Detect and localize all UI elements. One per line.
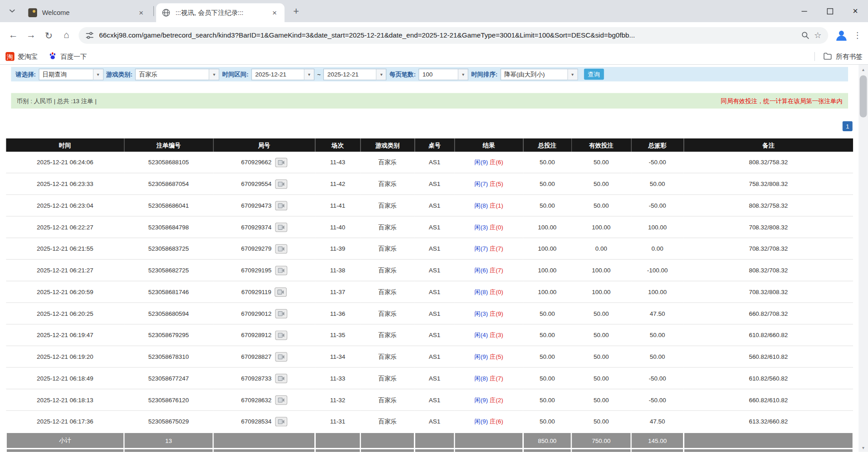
video-detail-icon[interactable] [275, 395, 287, 404]
cell-result: 闲(8) 庄(1) [455, 195, 523, 216]
pagination: 1 [0, 121, 853, 131]
scrollbar-thumb[interactable] [860, 75, 867, 117]
video-detail-icon[interactable] [275, 266, 287, 275]
video-detail-icon[interactable] [275, 373, 287, 383]
video-detail-icon[interactable] [275, 201, 287, 210]
cell-remark: 660.82/708.32 [683, 303, 853, 324]
result-player: 闲(9) [474, 353, 488, 360]
chevron-down-icon[interactable]: ▼ [458, 69, 468, 79]
video-detail-icon[interactable] [275, 157, 287, 167]
close-button[interactable]: × [843, 0, 868, 22]
scroll-down-icon[interactable]: ▼ [859, 443, 868, 452]
video-detail-icon[interactable] [275, 287, 287, 297]
video-detail-icon[interactable] [275, 179, 287, 189]
date-range-label: 时间区间: [222, 70, 248, 78]
chevron-down-icon[interactable]: ▼ [304, 69, 314, 79]
vertical-scrollbar[interactable]: ▲ ▼ [859, 65, 868, 452]
cell-table-no: AS1 [415, 238, 455, 260]
browser-menu-button[interactable]: ⋮ [851, 30, 863, 40]
search-button[interactable]: 查询 [584, 69, 604, 80]
cell-session: 11-39 [315, 238, 360, 260]
url-text[interactable]: 66cxkj98.com/game/betrecord_search/kind3… [99, 32, 796, 39]
chevron-down-icon[interactable]: ▼ [93, 69, 103, 79]
cell-round: 670928534 [213, 410, 315, 432]
video-detail-icon[interactable] [275, 244, 287, 253]
page-1-button[interactable]: 1 [843, 121, 853, 131]
total-valid-bet: 750.00 [571, 448, 631, 452]
result-player: 闲(4) [474, 331, 488, 338]
profile-avatar[interactable] [834, 28, 849, 43]
date-end-select[interactable]: 2025-12-21 ▼ [323, 68, 387, 80]
date-end-value: 2025-12-21 [324, 69, 376, 79]
cell-result: 闲(8) 庄(0) [455, 281, 523, 303]
cell-bet-id: 523058675029 [124, 410, 213, 432]
forward-button[interactable]: → [22, 27, 40, 44]
site-info-icon[interactable] [85, 31, 94, 40]
query-type-select[interactable]: 日期查询 ▼ [38, 68, 103, 80]
query-type-value: 日期查询 [39, 69, 93, 79]
bookmark-star-icon[interactable]: ☆ [814, 30, 821, 40]
cell-total-bet: 50.00 [523, 173, 571, 195]
date-start-select[interactable]: 2025-12-21 ▼ [251, 68, 315, 80]
bookmark-baidu[interactable]: 百度一下 [49, 52, 87, 62]
table-row: 2025-12-21 06:18:13 523058676120 6709286… [6, 389, 853, 411]
game-type-select[interactable]: 百家乐 ▼ [135, 68, 219, 80]
cell-valid-bet: 50.00 [571, 173, 631, 195]
zoom-icon[interactable] [801, 31, 810, 40]
round-number: 670928632 [241, 396, 271, 403]
cell-valid-bet: 50.00 [571, 367, 631, 389]
subtotal-label: 小计 [6, 433, 124, 448]
tab-close-icon[interactable]: × [137, 8, 146, 17]
bookmark-taobao[interactable]: 淘 爱淘宝 [5, 52, 38, 61]
tab-welcome[interactable]: Welcome × [23, 3, 151, 22]
minimize-button[interactable] [792, 0, 817, 22]
sort-select[interactable]: 降幂(由大到小) ▼ [500, 68, 578, 80]
cell-total-bet: 100.00 [523, 281, 571, 303]
tab-betrecord[interactable]: :::视讯, 会员下注纪录::: × [156, 3, 285, 22]
home-button[interactable]: ⌂ [57, 27, 75, 44]
result-player: 闲(9) [474, 418, 488, 424]
result-banker: 庄(7) [490, 375, 503, 381]
browser-window: Welcome × :::视讯, 会员下注纪录::: × + × ← → ↻ ⌂… [0, 0, 868, 452]
all-bookmarks-button[interactable]: 所有书签 [836, 52, 863, 61]
video-detail-icon[interactable] [275, 330, 287, 340]
video-detail-icon[interactable] [275, 222, 287, 232]
back-button[interactable]: ← [5, 27, 22, 44]
cell-game-type: 百家乐 [360, 238, 415, 260]
chevron-down-icon[interactable]: ▼ [209, 69, 219, 79]
chevron-down-icon[interactable]: ▼ [567, 69, 577, 79]
cell-session: 11-34 [315, 346, 360, 367]
header-session: 场次 [315, 138, 360, 152]
cell-round: 670929662 [213, 152, 315, 173]
notice-text: 同局有效投注，统一计算在该局第一张注单内 [721, 97, 842, 105]
cell-bet-id: 523058684798 [124, 216, 213, 238]
cell-time: 2025-12-21 06:21:27 [6, 259, 124, 281]
subtotal-count: 13 [124, 433, 213, 448]
scroll-up-icon[interactable]: ▲ [859, 65, 868, 74]
cell-valid-bet: 0.00 [571, 238, 631, 260]
round-number: 670929662 [241, 159, 271, 166]
result-banker: 庄(1) [490, 202, 503, 209]
tab-search-button[interactable] [5, 4, 19, 19]
cell-bet-id: 523058677247 [124, 367, 213, 389]
reload-button[interactable]: ↻ [40, 27, 57, 44]
address-bar[interactable]: 66cxkj98.com/game/betrecord_search/kind3… [79, 27, 828, 44]
cell-time: 2025-12-21 06:19:20 [6, 346, 124, 367]
video-detail-icon[interactable] [275, 352, 287, 362]
subtotal-payout: 145.00 [631, 433, 683, 448]
bookmarks-divider [814, 52, 815, 61]
cell-total-bet: 50.00 [523, 152, 571, 173]
cell-round: 670928827 [213, 346, 315, 367]
per-page-select[interactable]: 100 ▼ [418, 68, 468, 80]
cell-session: 11-43 [315, 152, 360, 173]
video-detail-icon[interactable] [275, 309, 287, 318]
table-row: 2025-12-21 06:24:06 523058688105 6709296… [6, 152, 853, 173]
maximize-button[interactable] [817, 0, 842, 22]
cell-session: 11-32 [315, 389, 360, 411]
sort-value: 降幂(由大到小) [501, 69, 567, 79]
new-tab-button[interactable]: + [289, 4, 304, 19]
chevron-down-icon[interactable]: ▼ [376, 69, 386, 79]
cell-payout: 50.00 [631, 346, 683, 367]
video-detail-icon[interactable] [275, 417, 287, 426]
tab-close-icon[interactable]: × [270, 8, 279, 17]
